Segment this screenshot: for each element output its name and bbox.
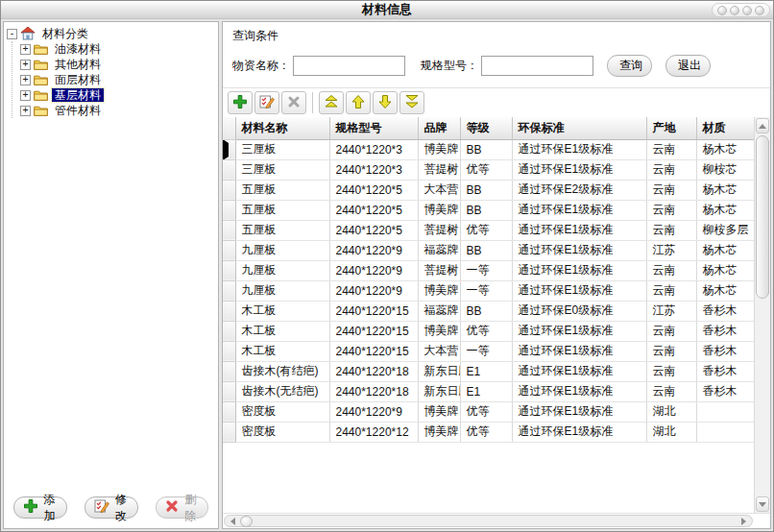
row-selector-cell[interactable] — [223, 422, 235, 442]
row-selector-cell[interactable] — [223, 180, 235, 200]
column-header-0[interactable]: 材料名称 — [235, 117, 329, 139]
row-selector-cell[interactable] — [223, 139, 235, 159]
cell: 通过环保E1级标准 — [512, 159, 646, 180]
double-up-arrow-icon — [324, 94, 339, 112]
table-row[interactable]: 九厘板2440*1220*9福蕊牌BB通过环保E1级标准江苏杨木芯 — [223, 240, 754, 260]
row-selector-cell[interactable] — [223, 280, 235, 301]
column-header-6[interactable]: 材质 — [696, 117, 754, 139]
table-row[interactable]: 齿接木(有结疤)2440*1220*18新东日牌E1通过环保E1级标准云南香杉木 — [223, 361, 754, 381]
table-row[interactable]: 齿接木(无结疤)2440*1220*18新东日牌E1通过环保E1级标准云南香杉木 — [223, 381, 754, 401]
window-button-icon[interactable] — [742, 6, 752, 15]
table-row[interactable]: 木工板2440*1220*15大本营一等通过环保E1级标准云南香杉木 — [223, 341, 754, 361]
tree-item-label[interactable]: 基层材料 — [52, 88, 104, 102]
plus-box-icon[interactable]: + — [20, 106, 31, 116]
plus-box-icon[interactable]: + — [20, 44, 31, 55]
cell: 五厘板 — [235, 220, 329, 240]
tree-item-label[interactable]: 面层材料 — [52, 73, 104, 86]
cell: 菩提树 — [418, 260, 460, 280]
cell: 菩提树 — [418, 220, 460, 240]
tree-item-label[interactable]: 油漆材料 — [52, 42, 104, 56]
row-selector-cell[interactable] — [223, 200, 235, 220]
cell: 云南 — [646, 381, 696, 401]
search-button[interactable]: 查询 — [607, 55, 652, 77]
horizontal-scrollbar[interactable] — [224, 515, 753, 527]
row-selector-cell[interactable] — [223, 401, 235, 422]
row-selector-cell[interactable] — [223, 159, 235, 180]
tree-item-2[interactable]: +面层材料 — [20, 72, 216, 87]
table-row[interactable]: 五厘板2440*1220*5博美牌BB通过环保E1级标准云南杨木芯 — [223, 200, 754, 220]
table-row[interactable]: 密度板2440*1220*9博美牌优等通过环保E1级标准湖北 — [223, 401, 754, 422]
tree-item-3[interactable]: +基层材料 — [20, 87, 216, 103]
row-selector-cell[interactable] — [223, 321, 235, 341]
plus-box-icon[interactable]: + — [20, 90, 31, 101]
vertical-scrollbar-thumb[interactable] — [756, 135, 769, 299]
delete-button[interactable]: 删除 — [156, 496, 208, 519]
scroll-left-button[interactable] — [226, 516, 240, 526]
material-name-input[interactable] — [293, 56, 405, 76]
table-row[interactable]: 密度板2440*1220*12博美牌优等通过环保E1级标准湖北 — [223, 422, 754, 442]
tree-root-label[interactable]: 材料分类 — [39, 27, 91, 40]
tree-item-0[interactable]: +油漆材料 — [20, 41, 216, 57]
folder-icon — [34, 105, 48, 116]
table-row[interactable]: 三厘板2440*1220*3博美牌BB通过环保E1级标准云南杨木芯 — [223, 139, 754, 159]
cell: 九厘板 — [235, 240, 329, 260]
cell: 2440*1220*3 — [329, 139, 418, 159]
column-header-5[interactable]: 产地 — [646, 117, 696, 139]
table-row[interactable]: 木工板2440*1220*15福蕊牌BB通过环保E0级标准江苏香杉木 — [223, 301, 754, 321]
move-up-button[interactable] — [346, 91, 371, 114]
add-button[interactable]: 添加 — [13, 496, 67, 519]
column-header-3[interactable]: 等级 — [460, 117, 512, 139]
folder-icon — [34, 89, 48, 101]
edit-button[interactable] — [254, 91, 279, 114]
move-down-button[interactable] — [373, 91, 398, 114]
column-header-1[interactable]: 规格型号 — [329, 117, 418, 139]
move-top-button[interactable] — [319, 91, 344, 114]
table-row[interactable]: 九厘板2440*1220*9菩提树一等通过环保E1级标准云南杨木芯 — [223, 260, 754, 280]
scroll-up-button[interactable] — [756, 118, 769, 133]
modify-button[interactable]: 修改 — [85, 496, 138, 519]
table-row[interactable]: 五厘板2440*1220*5菩提树优等通过环保E1级标准云南柳桉多层 — [223, 220, 754, 240]
scroll-down-button[interactable] — [756, 496, 769, 512]
scroll-right-button[interactable] — [737, 516, 751, 526]
row-selector-cell[interactable] — [223, 240, 235, 260]
cell: 湖北 — [646, 401, 696, 422]
tree-item-1[interactable]: +其他材料 — [20, 57, 216, 72]
tree-item-label[interactable]: 管件材料 — [52, 104, 104, 117]
exit-button[interactable]: 退出 — [665, 55, 711, 77]
cell: 一等 — [460, 341, 512, 361]
window-button-icon[interactable] — [717, 6, 727, 15]
vertical-scrollbar[interactable] — [754, 117, 770, 513]
move-bottom-button[interactable] — [399, 91, 424, 114]
tree-item-label[interactable]: 其他材料 — [52, 58, 104, 71]
table-row[interactable]: 三厘板2440*1220*3菩提树优等通过环保E1级标准云南柳桉芯 — [223, 159, 754, 180]
horizontal-scrollbar-thumb[interactable] — [240, 516, 253, 527]
column-header-2[interactable]: 品牌 — [418, 117, 460, 139]
window-button-icon[interactable] — [755, 6, 764, 15]
plus-box-icon[interactable]: + — [20, 75, 31, 85]
cell: 杨木芯 — [696, 139, 754, 159]
table-row[interactable]: 五厘板2440*1220*5大本营BB通过环保E2级标准云南杨木芯 — [223, 180, 754, 200]
spec-model-input[interactable] — [481, 56, 593, 76]
row-selector-cell[interactable] — [223, 260, 235, 280]
table-row[interactable]: 九厘板2440*1220*9博美牌一等通过环保E1级标准云南杨木芯 — [223, 280, 754, 301]
row-selector-cell[interactable] — [223, 381, 235, 401]
tree-item-4[interactable]: +管件材料 — [20, 103, 216, 118]
column-header-4[interactable]: 环保标准 — [512, 117, 646, 139]
row-selector-cell[interactable] — [223, 341, 235, 361]
cell: 香杉木 — [696, 321, 754, 341]
cell: 优等 — [460, 321, 512, 341]
delete-button[interactable] — [281, 91, 306, 114]
row-selector-cell[interactable] — [223, 220, 235, 240]
cell: 2440*1220*5 — [329, 220, 418, 240]
folder-icon — [34, 59, 48, 70]
add-button[interactable] — [228, 91, 253, 114]
table-row[interactable]: 木工板2440*1220*15博美牌优等通过环保E1级标准云南香杉木 — [223, 321, 754, 341]
cell: 杨木芯 — [696, 280, 754, 301]
row-selector-cell[interactable] — [223, 301, 235, 321]
row-selector-cell[interactable] — [223, 361, 235, 381]
window-button-icon[interactable] — [730, 6, 739, 15]
tree-root[interactable]: -材料分类 — [7, 26, 216, 41]
minus-box-icon[interactable]: - — [7, 29, 17, 39]
cell: 柳桉多层 — [696, 220, 754, 240]
plus-box-icon[interactable]: + — [20, 60, 31, 70]
